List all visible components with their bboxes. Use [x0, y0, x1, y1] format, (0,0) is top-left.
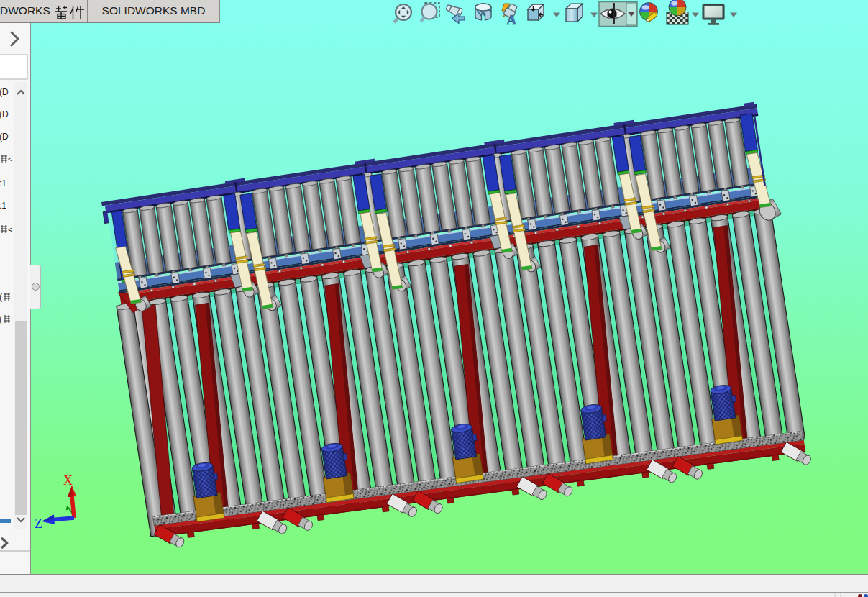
svg-text:<: < — [8, 155, 12, 163]
svg-text:(D: (D — [0, 132, 9, 142]
svg-text::1: :1 — [0, 201, 6, 211]
svg-text::1: :1 — [0, 178, 6, 188]
svg-text:A: A — [506, 12, 516, 27]
svg-text:X: X — [63, 473, 73, 488]
svg-text:Z: Z — [35, 516, 42, 531]
svg-text:(D: (D — [0, 87, 9, 97]
svg-text:<: < — [8, 225, 12, 234]
svg-text:(D: (D — [0, 109, 9, 119]
svg-text:(: ( — [0, 314, 2, 324]
svg-text:(: ( — [0, 292, 2, 302]
